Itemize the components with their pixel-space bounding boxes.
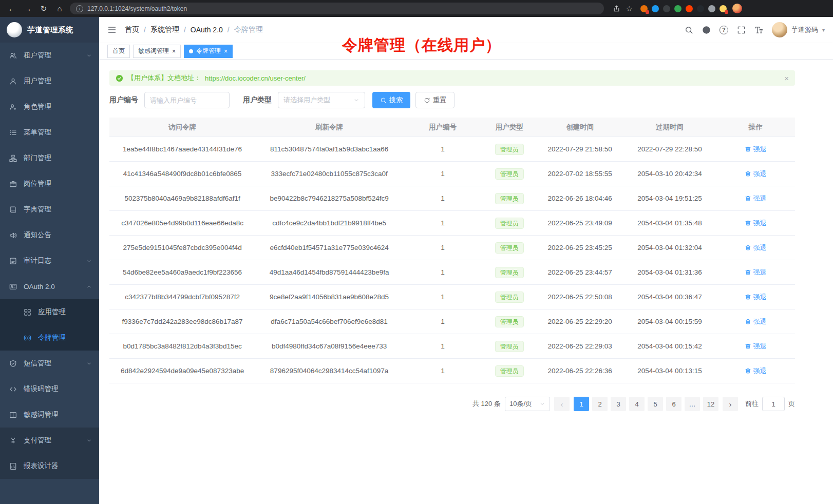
page-button-12[interactable]: 12	[703, 397, 718, 411]
page-button-2[interactable]: 2	[592, 397, 608, 411]
extension-icon[interactable]	[674, 5, 681, 12]
sidebar-item-dept[interactable]: 部门管理	[0, 145, 99, 171]
force-logout-button[interactable]: 强退	[745, 169, 767, 179]
extensions-area	[640, 5, 727, 12]
extension-icon[interactable]	[652, 5, 659, 12]
sidebar-item-report[interactable]: 报表设计器	[0, 453, 99, 479]
sidebar-item-user[interactable]: 用户管理	[0, 68, 99, 94]
sidebar-item-role[interactable]: 角色管理	[0, 94, 99, 120]
create-time-cell: 2022-06-25 22:29:03	[537, 342, 623, 350]
force-logout-button[interactable]: 强退	[745, 366, 767, 376]
breadcrumb-separator: /	[184, 26, 186, 34]
alert-close-icon[interactable]: ×	[784, 74, 789, 83]
help-icon[interactable]: ?	[720, 26, 728, 34]
page-button-5[interactable]: 5	[648, 397, 663, 411]
extension-icon[interactable]	[663, 5, 670, 12]
back-icon[interactable]: ←	[6, 3, 17, 14]
sidebar-item-tenant[interactable]: 租户管理	[0, 43, 99, 68]
pagination-more-icon[interactable]: …	[685, 397, 700, 411]
fullscreen-icon[interactable]	[737, 26, 746, 34]
tab-sensitive-word[interactable]: 敏感词管理 ×	[133, 45, 181, 58]
user-avatar	[772, 22, 787, 37]
page-button-3[interactable]: 3	[611, 397, 626, 411]
user-id-cell: 1	[403, 293, 482, 301]
access-token-cell: 502375b8040a469a9b82188afdf6af1f	[109, 195, 255, 202]
forward-icon[interactable]: →	[22, 3, 33, 14]
sidebar-item-oauth2-token[interactable]: 令牌管理	[0, 325, 99, 351]
extension-icon[interactable]	[686, 5, 693, 12]
sidebar-item-menu[interactable]: 菜单管理	[0, 120, 99, 145]
page-button-4[interactable]: 4	[629, 397, 645, 411]
user-id-cell: 1	[403, 195, 482, 202]
reload-icon[interactable]: ↻	[38, 3, 49, 14]
next-page-button[interactable]: ›	[723, 397, 738, 411]
force-logout-button[interactable]: 强退	[745, 342, 767, 351]
sidebar-item-post[interactable]: 岗位管理	[0, 171, 99, 197]
expire-time-cell: 2054-03-04 19:51:25	[623, 195, 716, 202]
force-logout-button[interactable]: 强退	[745, 268, 767, 277]
extension-icon[interactable]	[708, 5, 715, 12]
user-type-cell: 管理员	[482, 267, 537, 278]
user-icon	[9, 77, 17, 85]
breadcrumb-home[interactable]: 首页	[125, 25, 139, 34]
chevron-down-icon	[539, 401, 545, 407]
user-menu[interactable]: 芋道源码 ▾	[772, 22, 825, 37]
sidebar-item-oauth2-app[interactable]: 应用管理	[0, 299, 99, 325]
search-button[interactable]: 搜索	[372, 92, 410, 108]
user-type-select[interactable]: 请选择用户类型	[278, 92, 365, 108]
app-logo[interactable]: 芋道管理系统	[0, 17, 99, 43]
user-type-cell: 管理员	[482, 144, 537, 155]
force-logout-button[interactable]: 强退	[745, 194, 767, 203]
share-icon[interactable]	[613, 5, 620, 12]
site-info-icon[interactable]: i	[76, 5, 83, 12]
sidebar-item-sensitive-word[interactable]: 敏感词管理	[0, 402, 99, 428]
sidebar-item-oauth2[interactable]: OAuth 2.0	[0, 274, 99, 299]
force-logout-label: 强退	[753, 293, 767, 302]
user-type-badge: 管理员	[495, 267, 524, 278]
sidebar-item-notice[interactable]: 通知公告	[0, 222, 99, 248]
force-logout-button[interactable]: 强退	[745, 243, 767, 253]
sidebar-toggle-icon[interactable]	[107, 25, 117, 34]
force-logout-button[interactable]: 强退	[745, 293, 767, 302]
sidebar-item-label: 菜单管理	[24, 128, 51, 137]
force-logout-button[interactable]: 强退	[745, 219, 767, 228]
sidebar-item-label: 岗位管理	[24, 179, 51, 188]
breadcrumb-oauth[interactable]: OAuth 2.0	[191, 26, 223, 34]
goto-page-input[interactable]	[762, 397, 785, 411]
access-token-cell: c347026e805e4d99b0d116eae66eda8c	[109, 219, 255, 227]
breadcrumb-system[interactable]: 系统管理	[150, 25, 179, 34]
force-logout-button[interactable]: 强退	[745, 317, 767, 326]
sidebar-item-pay[interactable]: 支付管理	[0, 428, 99, 453]
page-size-select[interactable]: 10条/页	[505, 397, 550, 411]
bookmark-star-icon[interactable]: ☆	[626, 5, 633, 13]
close-icon[interactable]: ×	[172, 48, 176, 54]
force-logout-button[interactable]: 强退	[745, 145, 767, 154]
extension-icon[interactable]	[640, 5, 648, 12]
font-size-icon[interactable]	[754, 26, 763, 34]
browser-profile-avatar[interactable]	[732, 4, 742, 13]
tab-token[interactable]: 令牌管理 ×	[184, 45, 233, 58]
home-icon[interactable]: ⌂	[54, 3, 65, 14]
reset-button[interactable]: 重置	[415, 92, 455, 108]
address-bar[interactable]: i 127.0.0.1:1024/system/oauth2/token	[70, 3, 604, 14]
close-icon[interactable]: ×	[224, 48, 228, 54]
extension-icon[interactable]	[697, 5, 704, 12]
sidebar-item-error-code[interactable]: 错误码管理	[0, 376, 99, 402]
post-icon	[9, 180, 17, 188]
access-token-cell: 41c41346a548490f9dc8b01c6bfe0865	[109, 170, 255, 178]
doc-link[interactable]: https://doc.iocoder.cn/user-center/	[205, 74, 306, 82]
search-icon[interactable]	[685, 26, 693, 34]
sidebar-item-audit-log[interactable]: 审计日志	[0, 248, 99, 274]
action-cell: 强退	[716, 219, 795, 228]
github-icon[interactable]	[702, 26, 711, 34]
sidebar-item-sms[interactable]: 短信管理	[0, 351, 99, 376]
extension-icon[interactable]	[720, 5, 727, 12]
page-button-6[interactable]: 6	[666, 397, 681, 411]
prev-page-button[interactable]: ‹	[554, 397, 570, 411]
table-row: b0d1785bc3a8482f812db4a3f3bd15ecb0df4980…	[109, 334, 795, 359]
sidebar-item-dict[interactable]: 字典管理	[0, 197, 99, 222]
sidebar-item-label: 错误码管理	[24, 384, 59, 394]
page-button-1[interactable]: 1	[574, 397, 589, 411]
tab-home[interactable]: 首页	[107, 45, 130, 58]
user-id-input[interactable]	[144, 92, 230, 108]
